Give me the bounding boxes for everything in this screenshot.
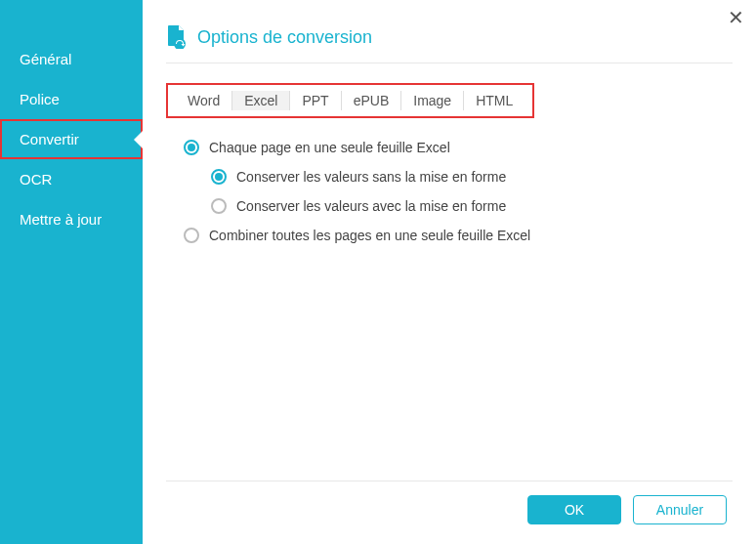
- sub-option-with-format[interactable]: Conserver les valeurs avec la mise en fo…: [211, 198, 733, 214]
- panel-title: Options de conversion: [197, 27, 372, 48]
- panel-header: Options de conversion: [166, 25, 733, 49]
- sub-options: Conserver les valeurs sans la mise en fo…: [184, 169, 733, 214]
- sidebar-item-update[interactable]: Mettre à jour: [0, 199, 143, 239]
- option-each-page[interactable]: Chaque page en une seule feuille Excel: [184, 140, 733, 155]
- main-panel: ✕ Options de conversion Word Excel PPT e…: [143, 0, 756, 544]
- radio-icon[interactable]: [184, 140, 199, 155]
- tab-image[interactable]: Image: [400, 91, 463, 110]
- option-combine-pages[interactable]: Combiner toutes les pages en une seule f…: [184, 228, 733, 243]
- cancel-button[interactable]: Annuler: [633, 495, 727, 524]
- ok-button[interactable]: OK: [527, 495, 621, 524]
- sub-option-no-format[interactable]: Conserver les valeurs sans la mise en fo…: [211, 169, 733, 185]
- content-area: Word Excel PPT ePUB Image HTML Chaque pa…: [166, 83, 733, 481]
- tab-html[interactable]: HTML: [463, 91, 525, 110]
- sidebar-item-ocr[interactable]: OCR: [0, 159, 143, 199]
- app-window: Général Police Convertir OCR Mettre à jo…: [0, 0, 756, 544]
- tab-ppt[interactable]: PPT: [289, 91, 340, 110]
- format-tabs: Word Excel PPT ePUB Image HTML: [166, 83, 534, 118]
- option-label: Conserver les valeurs avec la mise en fo…: [236, 198, 506, 214]
- sidebar: Général Police Convertir OCR Mettre à jo…: [0, 0, 143, 544]
- radio-icon[interactable]: [211, 169, 227, 185]
- option-label: Chaque page en une seule feuille Excel: [209, 140, 450, 155]
- tab-word[interactable]: Word: [176, 91, 231, 110]
- tab-epub[interactable]: ePUB: [341, 91, 401, 110]
- document-convert-icon: [166, 25, 188, 49]
- sidebar-item-general[interactable]: Général: [0, 39, 143, 79]
- option-label: Conserver les valeurs sans la mise en fo…: [236, 169, 506, 185]
- sidebar-item-convertir[interactable]: Convertir: [0, 119, 143, 159]
- option-label: Combiner toutes les pages en une seule f…: [209, 228, 530, 243]
- dialog-footer: OK Annuler: [166, 481, 733, 534]
- tab-excel[interactable]: Excel: [231, 91, 289, 110]
- header-divider: [166, 63, 733, 63]
- radio-icon[interactable]: [184, 228, 199, 243]
- excel-options: Chaque page en une seule feuille Excel C…: [166, 140, 733, 243]
- radio-icon[interactable]: [211, 198, 227, 214]
- close-button[interactable]: ✕: [728, 6, 744, 29]
- sidebar-item-police[interactable]: Police: [0, 79, 143, 119]
